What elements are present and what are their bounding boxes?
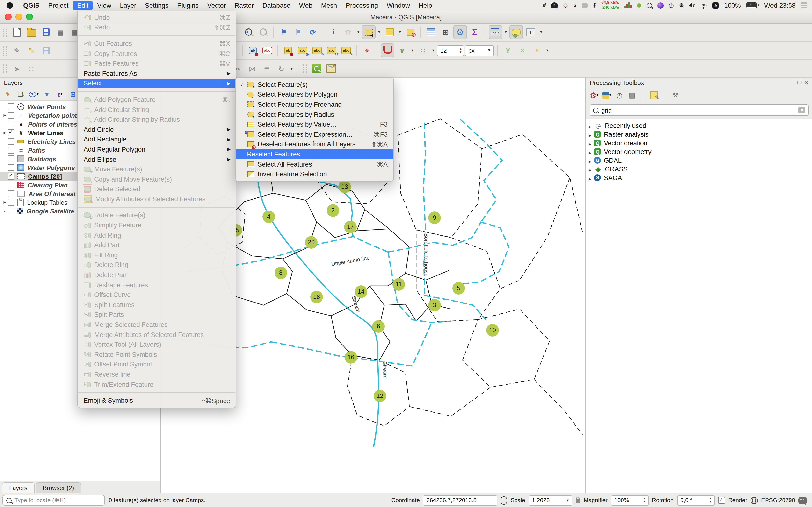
edit-menu-item[interactable]: Copy and Move Feature(s) [78, 174, 236, 184]
edit-menu-item[interactable]: Select [78, 78, 236, 89]
paperclip-icon[interactable]: ∮ [593, 2, 596, 8]
clear-search-icon[interactable]: ✕ [799, 107, 805, 113]
wifi-icon[interactable] [701, 3, 707, 8]
select-submenu-item[interactable]: Select Features by Expression… ⌘F3 [236, 129, 394, 139]
time-machine-icon[interactable]: ◷ [669, 2, 674, 8]
edit-menu-item[interactable]: Fill Ring [78, 250, 236, 260]
rotate-label-button[interactable]: abc⟳ [325, 44, 338, 57]
box-app-icon[interactable]: ◇ [563, 2, 568, 8]
camp-marker[interactable]: 13 [338, 181, 351, 193]
rotate-point-symbols-button[interactable]: ↻ [274, 62, 288, 75]
layer-expander[interactable] [2, 201, 8, 204]
close-panel-icon[interactable]: ✕ [805, 80, 809, 85]
manage-map-themes-button[interactable]: ▾ [29, 89, 39, 99]
group-expander[interactable] [589, 165, 591, 173]
camp-marker[interactable]: 16 [345, 351, 357, 363]
statistical-summary-button[interactable]: ⊞ [439, 25, 452, 39]
tracing-dropdown[interactable]: ▾ [545, 44, 550, 57]
highlight-pinned-labels-button[interactable]: abc◉ [296, 44, 309, 57]
show-statistical-summary-button[interactable]: Σ [468, 25, 481, 39]
camp-marker[interactable]: 8 [274, 267, 287, 279]
scale-combo[interactable]: 1:2028▼ [528, 495, 572, 505]
merge-features-button[interactable]: ⋈ [246, 62, 259, 75]
open-python-console-button[interactable]: ▾ [602, 90, 611, 101]
group-expander[interactable] [589, 174, 591, 181]
airdrop-icon[interactable]: ❋ [679, 2, 684, 8]
render-checkbox[interactable] [718, 497, 725, 504]
edit-menu-item[interactable]: Add Ellipse [78, 154, 236, 164]
menubar-item[interactable]: Web [295, 1, 317, 10]
camp-marker[interactable]: 10 [486, 324, 499, 337]
epsg-code[interactable]: EPSG:20790 [761, 497, 795, 504]
snapping-tolerance-spinbox[interactable]: 12 ▲▼ [437, 45, 464, 56]
edit-menu-item[interactable]: Paste Features As [78, 68, 236, 78]
menubar-item[interactable]: Mesh [317, 1, 342, 10]
open-attribute-table-button[interactable] [424, 25, 438, 39]
group-expander[interactable] [589, 148, 591, 155]
group-expander[interactable] [589, 139, 591, 147]
network-bars-icon[interactable] [624, 2, 631, 8]
camp-marker[interactable]: 4 [262, 211, 275, 223]
layer-visibility-checkbox[interactable] [8, 156, 14, 162]
toggle-editing-button[interactable]: ✎ [24, 44, 38, 57]
identify-features-button[interactable]: i [327, 25, 340, 39]
topological-editing-button[interactable]: Y [501, 44, 515, 57]
upload-app-icon[interactable] [551, 2, 558, 8]
layer-expander[interactable] [2, 131, 8, 135]
crs-globe-icon[interactable] [751, 497, 758, 504]
processing-search-box[interactable]: grid ✕ [590, 104, 809, 116]
edit-features-in-place-button[interactable] [649, 90, 658, 101]
edit-menu-item[interactable]: Rotate Feature(s) [78, 210, 236, 220]
select-features-by-value-button[interactable] [383, 25, 396, 39]
menubar-item[interactable]: Settings [141, 1, 173, 10]
input-source-icon[interactable]: A [713, 2, 719, 8]
rotation-spinbox[interactable]: 0,0 °▲▼ [677, 495, 715, 505]
edit-menu-item[interactable]: Delete Ring [78, 260, 236, 270]
expand-all-button[interactable]: ⊞ [68, 89, 78, 99]
results-viewer-button[interactable]: ▤ [627, 90, 636, 101]
edit-menu-item[interactable]: Offset Point Symbol [78, 359, 236, 370]
menubar-item[interactable]: Vector [203, 1, 230, 10]
text-annotation-button[interactable]: T [524, 25, 538, 39]
group-expander[interactable] [589, 157, 591, 164]
siri-icon[interactable] [657, 2, 663, 8]
menubar-item[interactable]: Processing [342, 1, 383, 10]
edit-menu-item[interactable]: Undo ⌘Z [78, 12, 236, 22]
deselect-features-button[interactable] [404, 25, 417, 39]
edit-menu-item[interactable]: Add Circular String [78, 105, 236, 115]
menubar-item[interactable]: Help [414, 1, 437, 10]
edit-menu-item[interactable]: Add Polygon Feature ⌘. [78, 95, 236, 105]
processing-options-button[interactable]: ⚒ [671, 90, 680, 101]
layer-expander[interactable] [2, 209, 8, 213]
layer-visibility-checkbox[interactable] [8, 164, 14, 171]
layer-visibility-checkbox[interactable] [8, 112, 14, 119]
advanced-digitizing-dropdown[interactable]: ▾ [430, 44, 436, 57]
layer-labeling-button[interactable]: ab [246, 44, 260, 57]
edit-menu-item[interactable]: Emoji & Symbols ^⌘Space [78, 396, 236, 406]
edit-menu-item[interactable]: Split Features [78, 300, 236, 310]
status-dot-icon[interactable] [637, 3, 641, 7]
layer-visibility-checkbox[interactable] [8, 208, 14, 214]
edit-menu-item[interactable]: Modify Attributes of Selected Features [78, 194, 236, 204]
edit-menu-item[interactable]: Delete Selected [78, 184, 236, 194]
group-expander[interactable] [589, 131, 591, 138]
layer-visibility-checkbox[interactable] [8, 103, 14, 110]
apple-logo-icon[interactable] [7, 2, 13, 8]
camp-marker[interactable]: 3 [428, 299, 441, 312]
inactive-app-icon[interactable] [582, 3, 588, 8]
layer-visibility-checkbox[interactable] [8, 199, 14, 206]
menubar-clock[interactable]: Wed 23:58 [764, 2, 796, 9]
magnifier-spinbox[interactable]: 100%▲▼ [611, 495, 649, 505]
menubar-item[interactable]: Raster [230, 1, 258, 10]
merge-attributes-button[interactable]: ≣ [260, 62, 273, 75]
menubar-item[interactable]: QGIS [19, 1, 44, 10]
edit-menu-item[interactable]: Copy Features ⌘C [78, 49, 236, 59]
save-project-button[interactable] [39, 25, 53, 39]
locate-search-box[interactable]: Type to locate (⌘K) [2, 495, 105, 506]
dark-circle-app-icon[interactable]: ◕ [573, 2, 576, 8]
layer-diagram-button[interactable]: abc [260, 44, 274, 57]
menubar-item[interactable]: Project [44, 1, 73, 10]
edit-menu-item[interactable]: Split Parts [78, 310, 236, 320]
camp-marker[interactable]: 2 [327, 204, 339, 217]
select-submenu-item[interactable]: Select Features by Freehand [236, 100, 394, 109]
